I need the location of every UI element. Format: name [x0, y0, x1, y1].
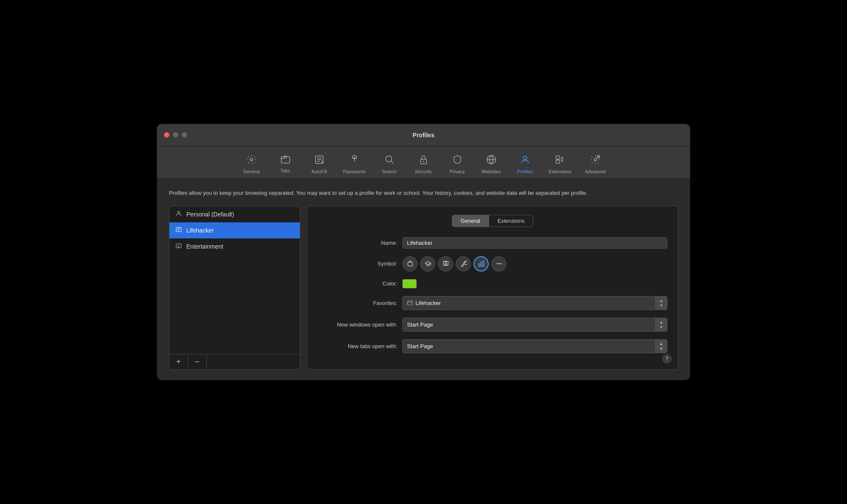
new-tabs-label: New tabs open with:	[318, 343, 402, 349]
svg-point-19	[178, 211, 180, 213]
entertainment-icon	[175, 242, 182, 251]
symbol-btn-4[interactable]	[456, 256, 471, 271]
sidebar-personal-label: Personal (Default)	[186, 211, 234, 218]
extensions-icon	[555, 155, 565, 167]
symbol-label: Symbol:	[318, 260, 402, 267]
toolbar-item-security[interactable]: Security	[407, 151, 440, 178]
privacy-icon	[453, 155, 462, 167]
svg-point-16	[594, 158, 597, 161]
sidebar-item-entertainment[interactable]: Entertainment	[169, 238, 300, 255]
maximize-button[interactable]	[182, 132, 187, 138]
svg-rect-26	[479, 264, 480, 266]
toolbar-item-autofill[interactable]: AutoFill	[302, 151, 336, 178]
svg-point-18	[598, 156, 599, 158]
security-icon	[419, 155, 428, 167]
toolbar-item-websites[interactable]: Websites	[474, 151, 508, 178]
svg-point-0	[250, 158, 253, 161]
tabs-icon	[280, 155, 291, 166]
toolbar-tabs-label: Tabs	[280, 168, 290, 173]
toolbar-item-general[interactable]: General	[235, 151, 268, 178]
favorites-select[interactable]: Lifehacker ▲ ▼	[402, 296, 667, 310]
new-tabs-select[interactable]: Start Page ▲ ▼	[402, 339, 667, 353]
websites-icon	[486, 155, 496, 167]
toolbar-item-profiles[interactable]: Profiles	[508, 151, 542, 178]
favorites-label: Favorites:	[318, 300, 402, 306]
symbol-row: Symbol:	[318, 256, 667, 271]
favorites-arrow: ▲ ▼	[655, 296, 667, 310]
svg-rect-1	[281, 157, 290, 163]
toolbar-autofill-label: AutoFill	[311, 169, 327, 174]
advanced-icon	[590, 155, 601, 167]
toolbar-item-passwords[interactable]: Passwords	[336, 151, 373, 178]
toolbar-privacy-label: Privacy	[449, 169, 465, 174]
name-control	[402, 237, 667, 249]
symbol-btn-3[interactable]	[438, 256, 453, 271]
sidebar-item-lifehacker[interactable]: Lifehacker	[169, 222, 300, 238]
new-windows-select[interactable]: Start Page ▲ ▼	[402, 318, 667, 332]
tab-general[interactable]: General	[452, 215, 489, 227]
toolbar-item-privacy[interactable]: Privacy	[440, 151, 474, 178]
symbol-btn-more[interactable]	[491, 256, 507, 271]
symbol-control	[402, 256, 667, 271]
window-title: Profiles	[412, 132, 434, 138]
add-profile-button[interactable]: +	[169, 354, 188, 369]
toolbar-item-tabs[interactable]: Tabs	[268, 151, 302, 178]
toolbar-profiles-label: Profiles	[517, 169, 533, 174]
new-windows-label: New windows open with:	[318, 321, 402, 328]
profiles-sidebar: Personal (Default) Lifehacker	[169, 206, 300, 370]
remove-profile-button[interactable]: −	[188, 354, 207, 369]
detail-panel: General Extensions Name: Symbol:	[307, 206, 678, 370]
name-label: Name:	[318, 240, 402, 246]
toolbar-general-label: General	[243, 169, 260, 174]
toolbar-item-extensions[interactable]: Extensions	[542, 151, 579, 178]
svg-point-29	[496, 263, 498, 264]
search-icon	[385, 155, 395, 167]
toolbar-security-label: Security	[415, 169, 432, 174]
svg-rect-15	[556, 160, 559, 163]
minimize-button[interactable]	[173, 132, 178, 138]
new-tabs-row: New tabs open with: Start Page ▲ ▼	[318, 339, 667, 353]
plus-icon: +	[176, 357, 181, 366]
passwords-icon	[350, 155, 359, 167]
symbol-btn-1[interactable]	[402, 256, 418, 271]
new-tabs-value: Start Page	[403, 341, 655, 352]
toolbar-item-advanced[interactable]: Advanced	[578, 151, 612, 178]
toolbar: General Tabs Auto	[157, 146, 690, 179]
color-control	[402, 279, 667, 288]
personal-icon	[175, 210, 182, 219]
svg-rect-28	[483, 261, 484, 266]
svg-line-9	[391, 161, 393, 164]
svg-point-13	[523, 156, 527, 160]
traffic-lights	[164, 132, 187, 138]
svg-rect-24	[408, 262, 412, 266]
svg-point-8	[386, 156, 392, 162]
toolbar-websites-label: Websites	[482, 169, 501, 174]
svg-rect-20	[176, 227, 181, 232]
main-area: Personal (Default) Lifehacker	[169, 206, 678, 370]
minus-icon: −	[195, 357, 199, 366]
new-tabs-arrow: ▲ ▼	[655, 340, 667, 353]
name-input[interactable]	[402, 237, 667, 249]
new-windows-row: New windows open with: Start Page ▲ ▼	[318, 318, 667, 332]
autofill-icon	[314, 155, 324, 167]
detail-tabs: General Extensions	[318, 215, 667, 227]
tab-extensions[interactable]: Extensions	[489, 215, 534, 227]
help-button[interactable]: ?	[662, 354, 672, 363]
toolbar-item-search[interactable]: Search	[373, 151, 407, 178]
sidebar-item-personal[interactable]: Personal (Default)	[169, 206, 300, 222]
color-row: Color:	[318, 279, 667, 288]
svg-point-6	[354, 157, 355, 159]
symbol-buttons	[402, 256, 667, 271]
new-windows-value: Start Page	[403, 319, 655, 330]
toolbar-passwords-label: Passwords	[343, 169, 366, 174]
favorites-text: Lifehacker	[415, 300, 441, 306]
content-area: Profiles allow you to keep your browsing…	[157, 179, 690, 380]
symbol-btn-2[interactable]	[420, 256, 435, 271]
color-swatch[interactable]	[402, 279, 417, 288]
toolbar-search-label: Search	[382, 169, 397, 174]
symbol-btn-5[interactable]	[473, 256, 489, 271]
name-row: Name:	[318, 237, 667, 249]
close-button[interactable]	[164, 132, 169, 138]
profiles-icon	[520, 155, 530, 167]
new-windows-control: Start Page ▲ ▼	[402, 318, 667, 332]
